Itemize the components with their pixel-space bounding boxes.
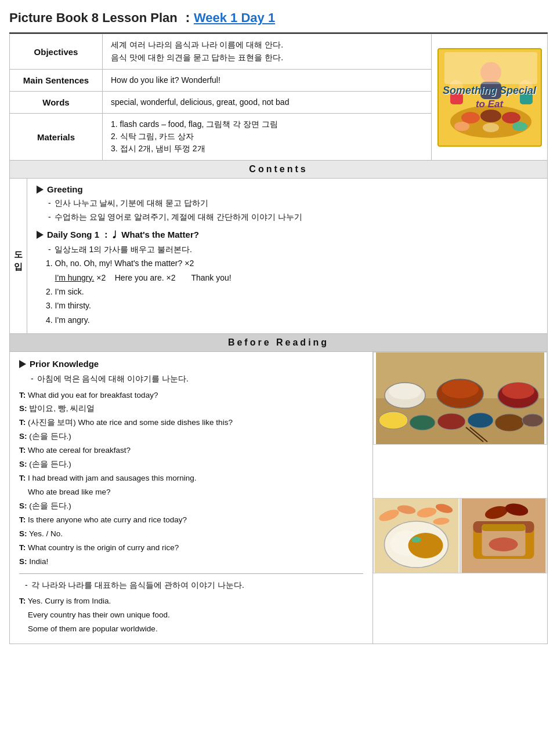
objectives-label: Objectives [10,34,103,70]
materials-label: Materials [10,114,103,161]
conv-line-9: S: Yes. / No. [19,528,363,541]
second-intro: 각 나라와 나라를 대표하는 음식들에 관하여 이야기 나눈다. [25,579,363,591]
second-conv-0: T: Yes. Curry is from India. [19,595,363,608]
conv-line-10: T: What country is the origin of curry a… [19,541,363,555]
daily-song-line-1: 1. Oh, no. Oh, my! What's the matter? ×2 [46,257,538,270]
conv-line-3: S: (손을 든다.) [19,430,363,444]
chips-image [373,498,460,573]
conv-line-11: S: India! [19,555,363,569]
triangle-icon-prior [19,360,26,368]
conv-line-4: T: Who ate cereal for breakfast? [19,444,363,457]
title-highlight: Week 1 Day 1 [194,10,275,25]
page-header: Picture Book 8 Lesson Plan ：Week 1 Day 1 [9,6,548,34]
conv-line-1: S: 밥이요, 빵, 씨리얼 [19,402,363,416]
korean-food-image [373,352,547,445]
main-sentences-label: Main Sentences [10,70,103,92]
page-title: Picture Book 8 Lesson Plan ：Week 1 Day 1 [9,9,275,27]
prior-intro: 아침에 먹은 음식에 대해 이야기를 나눈다. [31,372,363,385]
conversation-block: T: What did you eat for breakfast today?… [19,389,363,569]
greeting-line-1: 인사 나누고 날씨, 기분에 대해 묻고 답하기 [48,197,538,209]
svg-point-27 [495,414,524,431]
svg-point-7 [512,122,527,131]
second-conv-1: Every country has their own unique food. [19,609,363,622]
greeting-title: Greeting [37,184,538,194]
svg-rect-45 [482,524,526,531]
main-sentences-content: How do you like it? Wonderful! [103,70,432,92]
page: Picture Book 8 Lesson Plan ：Week 1 Day 1… [0,0,557,650]
info-table: Objectives 세계 여러 나라의 음식과 나라 이름에 대해 안다. 음… [9,34,548,161]
daily-song-line-2: I'm hungry. ×2 Here you are. ×2 Thank yo… [46,271,538,284]
contents-body: 도입 Greeting 인사 나누고 날씨, 기분에 대해 묻고 답하기 수업하… [10,179,547,333]
words-label: Words [10,92,103,114]
section-divider [19,573,363,574]
food-images [373,352,547,644]
svg-point-22 [502,383,534,399]
words-content: special, wonderful, delicious, great, go… [103,92,432,114]
contents-section: Contents 도입 Greeting 인사 나누고 날씨, 기분에 대해 묻… [9,161,548,334]
conv-line-2: T: (사진을 보며) Who ate rice and some side d… [19,416,363,430]
objectives-content: 세계 여러 나라의 음식과 나라 이름에 대해 안다. 음식 맛에 대한 의견을… [103,34,432,70]
svg-point-26 [468,413,493,428]
daily-song-title: Daily Song 1 ：♩ What's the Matter? [37,230,538,241]
book-cover: Something Special to Eat [437,48,542,147]
book-cover-title: Something Special [443,84,536,97]
svg-point-35 [412,537,421,543]
svg-rect-14 [444,52,537,84]
svg-point-25 [437,413,465,430]
svg-point-34 [408,533,443,558]
materials-line-1: 1. flash cards – food, flag, 그림책 각 장면 그림 [111,119,423,130]
book-cover-cell: Something Special to Eat [432,34,548,161]
daily-song-line-4: 3. I'm thirsty. [46,299,538,312]
before-reading-text: Prior Knowledge 아침에 먹은 음식에 대해 이야기를 나눈다. … [10,352,373,644]
second-conv-2: Some of them are popular worldwide. [19,623,363,636]
materials-line-3: 3. 접시 2개, 냄비 뚜껑 2개 [111,144,423,154]
daily-song-line-5: 4. I'm angry. [46,314,538,326]
contents-main: Greeting 인사 나누고 날씨, 기분에 대해 묻고 답하기 수업하는 요… [27,179,547,333]
conv-line-0: T: What did you eat for breakfast today? [19,389,363,402]
daily-song-line-0: 일상노래 1의 가사를 배우고 불러본다. [48,243,538,256]
objectives-line-1: 세계 여러 나라의 음식과 나라 이름에 대해 안다. [111,40,423,50]
conv-line-6: T: I had bread with jam and sausages thi… [19,472,363,485]
materials-line-2: 2. 식탁 그림, 카드 상자 [111,132,423,142]
triangle-icon-greeting [37,186,44,194]
contents-header: Contents [10,161,547,179]
svg-point-5 [454,122,469,131]
before-reading-body: Prior Knowledge 아침에 먹은 음식에 대해 이야기를 나눈다. … [9,352,548,644]
book-cover-subtitle: to Eat [443,99,536,110]
materials-content: 1. flash cards – food, flag, 그림책 각 장면 그림… [103,114,432,161]
svg-point-28 [522,414,543,427]
daily-song-line-3: 2. I'm sick. [46,285,538,298]
conv-line-8: T: Is there anyone who ate curry and ric… [19,514,363,527]
conv-line-5: S: (손을 든다.) [19,458,363,471]
before-reading-header: Before Reading [9,334,548,352]
conv-line-6b: Who ate bread like me? [19,486,363,499]
svg-point-18 [389,383,421,399]
svg-point-6 [483,123,499,132]
vertical-label: 도입 [10,179,27,333]
bread-image [460,498,547,573]
conv-line-7: S: (손을 든다.) [19,500,363,513]
svg-point-48 [489,537,518,551]
greeting-line-2: 수업하는 요일 영어로 알려주기, 계절에 대해 간단하게 이야기 나누기 [48,210,538,223]
prior-knowledge-title: Prior Knowledge [19,359,363,369]
svg-point-20 [442,380,479,398]
triangle-icon-song [37,231,44,239]
objectives-line-2: 음식 맛에 대한 의견을 묻고 답하는 표현을 한다. [111,53,423,63]
svg-point-23 [379,412,408,429]
svg-point-24 [410,415,435,430]
title-prefix: Picture Book 8 Lesson Plan ： [9,10,194,25]
